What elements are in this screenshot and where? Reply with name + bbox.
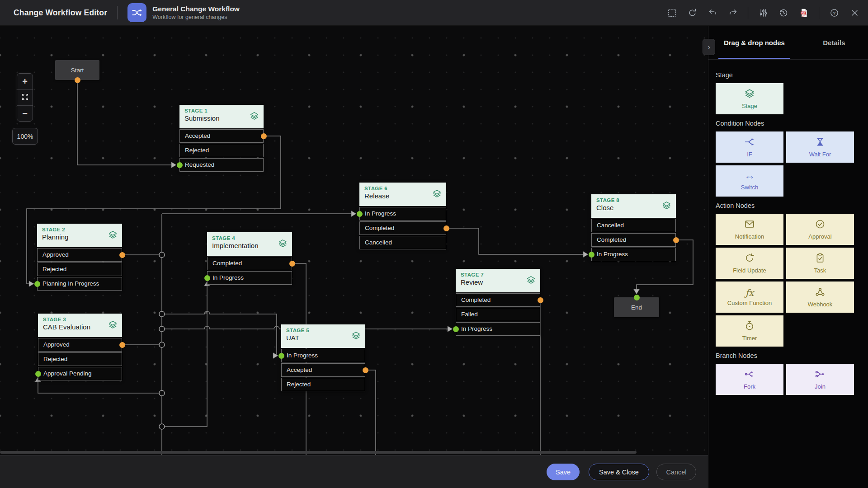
- stage-header[interactable]: STAGE 8Close: [591, 194, 676, 218]
- close-icon[interactable]: [849, 8, 860, 19]
- stage-header[interactable]: STAGE 2Planning: [37, 224, 122, 247]
- stage-node-8[interactable]: STAGE 8CloseCancelledCompletedIn Progres…: [591, 194, 676, 261]
- save-close-button[interactable]: Save & Close: [589, 464, 649, 480]
- tab-details[interactable]: Details: [800, 26, 868, 59]
- input-port-approval-pending[interactable]: [35, 371, 41, 377]
- palette-tile-notification[interactable]: Notification: [716, 214, 783, 245]
- input-port-in-progress[interactable]: [278, 353, 284, 359]
- adjustments-icon[interactable]: [758, 8, 769, 19]
- stage-header[interactable]: STAGE 7Review: [456, 269, 540, 292]
- output-port-completed[interactable]: [443, 225, 449, 231]
- output-port-approved[interactable]: [119, 342, 125, 348]
- stage-row-accepted[interactable]: Accepted: [281, 363, 365, 377]
- stage-row-failed[interactable]: Failed: [456, 308, 540, 321]
- output-port-completed[interactable]: [289, 261, 295, 267]
- stage-row-completed[interactable]: Completed: [591, 233, 676, 247]
- stage-node-4[interactable]: STAGE 4ImplementationCompletedIn Progres…: [207, 232, 292, 285]
- stage-row-label: Completed: [365, 225, 394, 231]
- stage-node-5[interactable]: STAGE 5UATIn ProgressAcceptedRejected: [281, 324, 365, 391]
- export-pdf-icon[interactable]: PDF: [798, 8, 809, 19]
- stage-row-approval-pending[interactable]: Approval Pending: [38, 367, 122, 380]
- stage-row-rejected[interactable]: Rejected: [281, 378, 365, 391]
- zoom-in-button[interactable]: +: [17, 74, 33, 89]
- help-icon[interactable]: ?: [829, 8, 840, 19]
- stage-row-cancelled[interactable]: Cancelled: [359, 236, 446, 249]
- stage-row-accepted[interactable]: Accepted: [179, 129, 264, 143]
- section-title-condition-nodes: Condition Nodes: [716, 120, 861, 127]
- input-port-planning-in-progress[interactable]: [34, 281, 40, 287]
- palette-tile-timer[interactable]: Timer: [716, 315, 783, 347]
- stage-header[interactable]: STAGE 3CAB Evaluation: [38, 314, 122, 337]
- stage-row-planning-in-progress[interactable]: Planning In Progress: [37, 277, 122, 291]
- stage-row-approved[interactable]: Approved: [37, 248, 122, 262]
- redo-icon[interactable]: [727, 8, 738, 19]
- stage-row-rejected[interactable]: Rejected: [38, 352, 122, 366]
- palette-tile-approval[interactable]: Approval: [786, 214, 854, 245]
- stage-row-completed[interactable]: Completed: [456, 293, 540, 307]
- save-button[interactable]: Save: [547, 464, 580, 480]
- stage-row-completed[interactable]: Completed: [207, 257, 292, 270]
- stage-header[interactable]: STAGE 5UAT: [281, 324, 365, 348]
- zoom-out-button[interactable]: −: [17, 105, 33, 121]
- stage-row-rejected[interactable]: Rejected: [179, 144, 264, 157]
- wire-trunk-to-stage5: [162, 311, 278, 356]
- input-port-requested[interactable]: [177, 162, 183, 168]
- stage-node-1[interactable]: STAGE 1SubmissionAcceptedRejectedRequest…: [179, 105, 264, 172]
- stage-header[interactable]: STAGE 6Release: [359, 183, 446, 206]
- stage-node-7[interactable]: STAGE 7ReviewCompletedFailedIn Progress: [456, 269, 540, 336]
- stage-row-in-progress[interactable]: In Progress: [281, 349, 365, 362]
- output-port-approved[interactable]: [119, 252, 125, 258]
- input-port-in-progress[interactable]: [453, 326, 459, 332]
- stage-node-3[interactable]: STAGE 3CAB EvaluationApprovedRejectedApp…: [38, 314, 122, 380]
- palette-tile-webhook[interactable]: Webhook: [786, 282, 854, 313]
- workflow-canvas[interactable]: StartEndSTAGE 1SubmissionAcceptedRejecte…: [0, 26, 708, 455]
- palette-tile-task[interactable]: Task: [786, 248, 854, 279]
- wire-start-to-stage1: [77, 80, 176, 165]
- end-node[interactable]: End: [614, 297, 659, 317]
- palette-tile-join[interactable]: Join: [786, 364, 854, 395]
- stage-row-in-progress[interactable]: In Progress: [591, 248, 676, 261]
- stage-row-in-progress[interactable]: In Progress: [207, 271, 292, 285]
- stage-label: STAGE 7: [461, 272, 536, 277]
- palette-tile-wait-for[interactable]: Wait For: [786, 131, 854, 163]
- stage-node-6[interactable]: STAGE 6ReleaseIn ProgressCompletedCancel…: [359, 183, 446, 249]
- palette-tile-custom-function[interactable]: ƒxCustom Function: [716, 282, 783, 313]
- stage-row-completed[interactable]: Completed: [359, 221, 446, 235]
- undo-icon[interactable]: [707, 8, 718, 19]
- output-port-accepted[interactable]: [363, 367, 368, 373]
- palette-tile-if[interactable]: IF: [716, 131, 783, 163]
- stage-row-requested[interactable]: Requested: [179, 158, 264, 172]
- stage-header[interactable]: STAGE 4Implementation: [207, 232, 292, 256]
- cancel-button[interactable]: Cancel: [656, 464, 696, 480]
- webhook-nodes-icon: [815, 286, 826, 299]
- stage-row-cancelled[interactable]: Cancelled: [591, 219, 676, 232]
- output-port-accepted[interactable]: [261, 133, 267, 139]
- input-port-in-progress[interactable]: [589, 252, 594, 258]
- stage-header[interactable]: STAGE 1Submission: [179, 105, 264, 128]
- sidebar-collapse-button[interactable]: ›: [703, 39, 715, 55]
- horizontal-scrollbar-thumb[interactable]: [0, 451, 637, 454]
- history-icon[interactable]: [778, 8, 789, 19]
- palette-tile-fork[interactable]: Fork: [716, 364, 783, 395]
- stage-row-in-progress[interactable]: In Progress: [456, 322, 540, 336]
- stage-row-rejected[interactable]: Rejected: [37, 263, 122, 276]
- stage-row-in-progress[interactable]: In Progress: [359, 207, 446, 221]
- stage-row-approved[interactable]: Approved: [38, 338, 122, 352]
- palette-tile-stage[interactable]: Stage: [716, 83, 783, 114]
- fit-view-button[interactable]: [17, 89, 33, 105]
- palette-tile-field-update[interactable]: Field Update: [716, 248, 783, 279]
- end-node-port[interactable]: [634, 295, 640, 300]
- stage-node-2[interactable]: STAGE 2PlanningApprovedRejectedPlanning …: [37, 224, 122, 291]
- select-area-icon[interactable]: [666, 8, 677, 19]
- output-port-completed[interactable]: [538, 297, 543, 303]
- input-port-in-progress[interactable]: [357, 211, 363, 217]
- clipboard-check-icon: [815, 253, 826, 265]
- palette-tile-switch[interactable]: ⇔Switch: [716, 165, 783, 197]
- start-node-port[interactable]: [75, 77, 80, 83]
- tab-drag-drop-nodes[interactable]: Drag & drop nodes: [708, 26, 800, 59]
- output-port-completed[interactable]: [673, 237, 679, 243]
- refresh-icon[interactable]: [687, 8, 698, 19]
- start-node[interactable]: Start: [55, 60, 99, 80]
- input-port-in-progress[interactable]: [204, 275, 210, 281]
- stage-title: Submission: [184, 114, 259, 122]
